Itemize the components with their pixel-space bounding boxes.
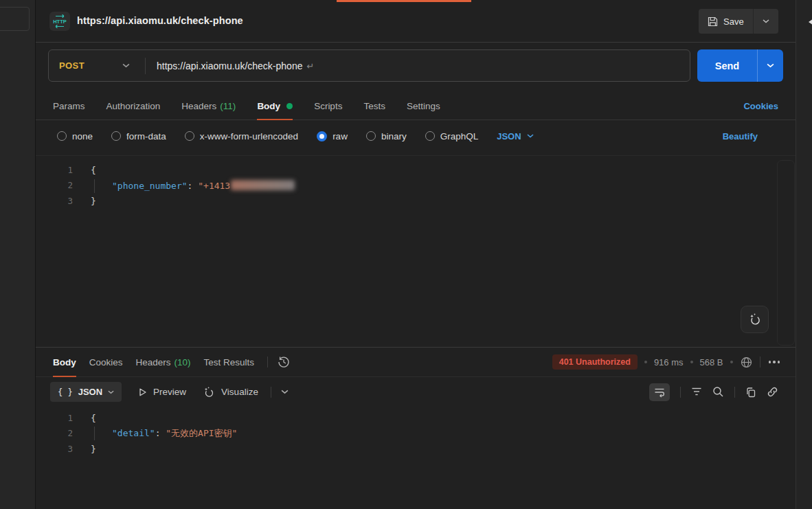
beautify-link[interactable]: Beautify (723, 124, 758, 148)
response-format-dropdown[interactable]: { } JSON (50, 382, 122, 402)
send-split-button: Send (697, 49, 783, 82)
more-views-button[interactable] (281, 389, 289, 394)
svg-text:HTTP: HTTP (53, 19, 67, 25)
tab-label: Authorization (106, 101, 161, 111)
mode-raw[interactable]: raw (317, 131, 348, 142)
cookies-link[interactable]: Cookies (743, 93, 778, 120)
url-value: https://api.xiaomu.uk/check-phone (157, 60, 302, 71)
right-rail (796, 0, 812, 509)
search-icon[interactable] (712, 386, 724, 398)
content-type-label: JSON (497, 131, 521, 142)
send-options-button[interactable] (757, 49, 783, 82)
link-icon[interactable] (767, 386, 778, 398)
divider (760, 357, 760, 367)
tab-authorization[interactable]: Authorization (106, 93, 161, 120)
api-client-window: HTTP https://api.xiaomu.uk/check-phone S… (0, 0, 812, 509)
visualize-sparkle-icon (203, 386, 215, 398)
url-input-container: POST https://api.xiaomu.uk/check-phone↵ (48, 49, 690, 82)
postbot-sparkle-icon (748, 313, 762, 326)
method-selector[interactable]: POST (49, 60, 145, 71)
visualize-label: Visualize (221, 387, 258, 397)
divider (267, 357, 268, 367)
mode-form-data[interactable]: form-data (111, 131, 166, 142)
json-key-token: "detail" (112, 428, 155, 438)
tab-label: Body (53, 357, 76, 367)
collapse-panel-icon[interactable] (809, 19, 812, 25)
editor-scrollbar[interactable] (777, 160, 795, 346)
code-text: "detail": "无效的API密钥" (73, 427, 237, 440)
chevron-down-icon (763, 19, 769, 23)
filter-icon[interactable] (691, 387, 702, 396)
mode-binary[interactable]: binary (366, 131, 407, 142)
content-type-selector[interactable]: JSON (497, 131, 533, 142)
tab-headers[interactable]: Headers (11) (181, 93, 236, 120)
save-button[interactable]: Save (699, 9, 753, 34)
mode-none[interactable]: none (57, 131, 93, 142)
tab-body[interactable]: Body (257, 93, 293, 120)
response-tab-test-results[interactable]: Test Results (204, 348, 255, 376)
chevron-down-icon (122, 63, 130, 68)
tab-scripts[interactable]: Scripts (314, 93, 342, 120)
brace-token: } (91, 444, 96, 454)
redacted-value-blur (231, 180, 295, 190)
save-options-button[interactable] (753, 9, 778, 34)
tab-settings[interactable]: Settings (407, 93, 440, 120)
body-mode-row: none form-data x-www-form-urlencoded raw… (36, 124, 796, 148)
visualize-button[interactable]: Visualize (203, 386, 258, 398)
code-line: 1 { (36, 162, 796, 178)
divider (271, 387, 271, 398)
wrap-text-icon (654, 387, 665, 398)
json-key-token: "phone_number" (112, 181, 188, 191)
mode-label: binary (381, 131, 407, 142)
chevron-down-icon (767, 63, 774, 68)
divider (734, 387, 735, 398)
radio-selected-icon (317, 131, 327, 142)
brace-token: { (91, 165, 96, 175)
more-options-icon[interactable] (769, 361, 780, 363)
divider (145, 58, 146, 74)
radio-icon (185, 131, 194, 141)
radio-icon (425, 131, 435, 141)
divider (680, 387, 681, 398)
response-time[interactable]: 916 ms (654, 357, 684, 367)
left-sidebar (0, 0, 36, 509)
wrap-text-button[interactable] (649, 383, 670, 401)
copy-icon[interactable] (745, 387, 756, 398)
mode-graphql[interactable]: GraphQL (425, 131, 479, 142)
return-key-icon: ↵ (306, 61, 314, 71)
mode-x-www-form-urlencoded[interactable]: x-www-form-urlencoded (185, 131, 298, 142)
tab-label: Tests (363, 101, 385, 111)
tab-tests[interactable]: Tests (363, 93, 385, 120)
tab-label: Headers (136, 357, 171, 367)
colon-token: : (155, 428, 166, 438)
response-tab-headers[interactable]: Headers (10) (136, 348, 191, 376)
network-globe-icon[interactable] (740, 356, 753, 369)
response-body-viewer[interactable]: 1 { 2 "detail": "无效的API密钥" 3 } (36, 407, 796, 509)
response-size[interactable]: 568 B (700, 357, 723, 367)
history-icon (277, 355, 291, 369)
request-body-editor[interactable]: 1 { 2 "phone_number": "+1413 3 } (36, 155, 796, 347)
mode-label: form-data (126, 131, 166, 142)
colon-token: : (188, 181, 199, 191)
dot-separator-icon (644, 361, 647, 363)
response-tab-cookies[interactable]: Cookies (89, 348, 123, 376)
tab-label: Params (53, 101, 85, 111)
status-badge[interactable]: 401 Unauthorized (552, 354, 638, 370)
send-button[interactable]: Send (697, 49, 757, 82)
response-header: Body Cookies Headers (10) Test Results 4… (36, 347, 796, 377)
code-line: 2 "detail": "无效的API密钥" (36, 426, 796, 442)
response-status-bar: 401 Unauthorized 916 ms 568 B (552, 348, 780, 376)
response-toolbar: { } JSON Preview Visualize (36, 377, 796, 407)
response-history-button[interactable] (277, 355, 291, 369)
line-number: 2 (36, 428, 73, 438)
format-label: JSON (78, 387, 102, 397)
response-tab-body[interactable]: Body (53, 348, 76, 376)
save-button-label: Save (723, 16, 744, 27)
tab-params[interactable]: Params (53, 93, 85, 120)
preview-button[interactable]: Preview (138, 387, 186, 397)
postbot-button[interactable] (741, 306, 769, 333)
sidebar-collapsed-item[interactable] (0, 7, 30, 31)
tab-label: Test Results (204, 357, 255, 367)
mode-label: none (72, 131, 93, 142)
url-input[interactable]: https://api.xiaomu.uk/check-phone↵ (157, 60, 314, 71)
